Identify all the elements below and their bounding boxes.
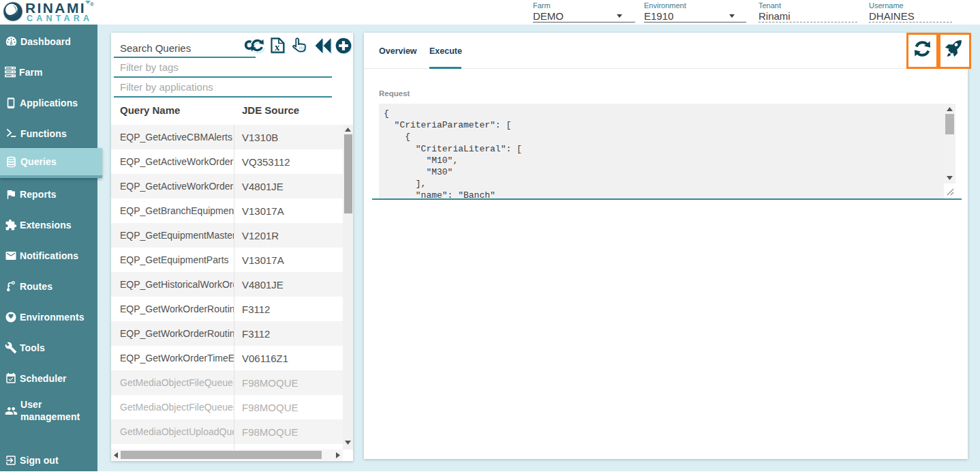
- svg-text:x: x: [275, 42, 280, 53]
